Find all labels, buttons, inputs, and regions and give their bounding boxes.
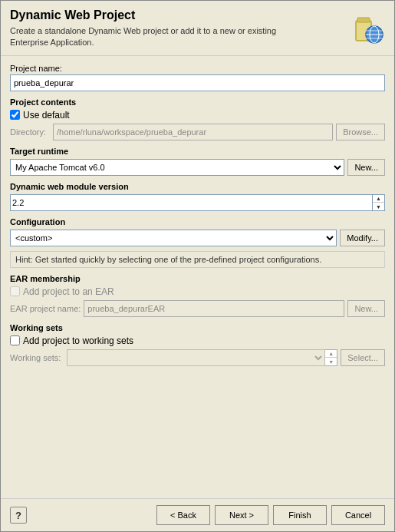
ws-select-wrapper: ▲ ▼ Select...: [67, 349, 385, 366]
version-spinner[interactable]: ▲ ▼: [373, 194, 385, 211]
project-name-row: Project name:: [10, 64, 385, 91]
target-runtime-select[interactable]: My Apache Tomcat v6.0: [10, 159, 344, 176]
dialog-header: Dynamic Web Project Create a standalone …: [1, 1, 394, 56]
project-name-label: Project name:: [10, 64, 385, 73]
configuration-select[interactable]: <custom>: [10, 230, 337, 246]
footer-left: ?: [10, 507, 27, 524]
target-runtime-row: My Apache Tomcat v6.0 New...: [10, 159, 385, 176]
version-select-wrapper: 2.2 2.3 2.4 2.5 ▲ ▼: [10, 194, 385, 211]
browse-button[interactable]: Browse...: [336, 124, 385, 140]
add-to-ear-row: Add project to an EAR: [10, 286, 385, 297]
web-module-version-label: Dynamic web module version: [10, 182, 385, 191]
project-contents-section: Project contents Use default Directory: …: [10, 97, 385, 140]
use-default-label[interactable]: Use default: [23, 110, 70, 121]
ws-spinner[interactable]: ▲ ▼: [325, 349, 337, 366]
ear-project-name-row: EAR project name: New...: [10, 300, 385, 317]
configuration-section: Configuration <custom> Modify... Hint: G…: [10, 217, 385, 268]
dialog-subtitle: Create a standalone Dynamic Web project …: [10, 25, 301, 49]
spinner-up-icon[interactable]: ▲: [373, 195, 384, 203]
header-text: Dynamic Web Project Create a standalone …: [10, 8, 301, 49]
spinner-down-icon[interactable]: ▼: [373, 203, 384, 210]
version-select[interactable]: 2.2 2.3 2.4 2.5: [10, 194, 373, 211]
cancel-button[interactable]: Cancel: [331, 505, 385, 525]
ws-spinner-down-icon[interactable]: ▼: [325, 358, 337, 365]
working-sets-select[interactable]: [67, 349, 325, 366]
working-sets-label: Working sets: [10, 323, 385, 332]
target-runtime-label: Target runtime: [10, 147, 385, 156]
ws-spinner-up-icon[interactable]: ▲: [325, 350, 337, 359]
modify-button[interactable]: Modify...: [340, 230, 385, 246]
dialog-footer: ? < Back Next > Finish Cancel: [1, 498, 394, 531]
ear-project-name-label: EAR project name:: [10, 304, 81, 313]
dialog-content: Project name: Project contents Use defau…: [1, 56, 394, 498]
new-runtime-button[interactable]: New...: [347, 159, 385, 176]
ear-project-name-input: [84, 300, 344, 317]
target-runtime-section: Target runtime My Apache Tomcat v6.0 New…: [10, 147, 385, 176]
ear-membership-section: EAR membership Add project to an EAR EAR…: [10, 274, 385, 317]
working-sets-row: Working sets: ▲ ▼ Select...: [10, 349, 385, 366]
web-project-icon: [348, 8, 385, 45]
svg-rect-1: [357, 18, 370, 22]
finish-button[interactable]: Finish: [273, 505, 327, 525]
ear-membership-label: EAR membership: [10, 274, 385, 283]
web-module-version-section: Dynamic web module version 2.2 2.3 2.4 2…: [10, 182, 385, 211]
directory-input: [53, 124, 333, 140]
directory-label: Directory:: [10, 127, 50, 137]
configuration-label: Configuration: [10, 217, 385, 226]
ear-new-button[interactable]: New...: [347, 300, 385, 317]
dialog-title: Dynamic Web Project: [10, 8, 301, 22]
add-to-ws-label[interactable]: Add project to working sets: [23, 335, 133, 346]
add-to-ws-checkbox[interactable]: [10, 335, 20, 345]
project-contents-label: Project contents: [10, 97, 385, 107]
back-button[interactable]: < Back: [156, 505, 210, 525]
footer-buttons: < Back Next > Finish Cancel: [156, 505, 385, 525]
add-to-ws-row: Add project to working sets: [10, 335, 385, 346]
project-name-input[interactable]: [10, 74, 385, 91]
working-sets-label2: Working sets:: [10, 353, 64, 362]
select-ws-button[interactable]: Select...: [341, 349, 385, 366]
working-sets-section: Working sets Add project to working sets…: [10, 323, 385, 366]
hint-text: Hint: Get started quickly by selecting o…: [10, 251, 385, 268]
use-default-checkbox[interactable]: [10, 110, 20, 120]
use-default-row: Use default: [10, 110, 385, 121]
directory-row: Directory: Browse...: [10, 124, 385, 140]
help-button[interactable]: ?: [10, 507, 27, 524]
configuration-row: <custom> Modify...: [10, 230, 385, 246]
dynamic-web-project-dialog: Dynamic Web Project Create a standalone …: [0, 0, 395, 532]
next-button[interactable]: Next >: [215, 505, 268, 525]
add-to-ear-checkbox[interactable]: [10, 286, 20, 296]
add-to-ear-label: Add project to an EAR: [23, 286, 114, 297]
